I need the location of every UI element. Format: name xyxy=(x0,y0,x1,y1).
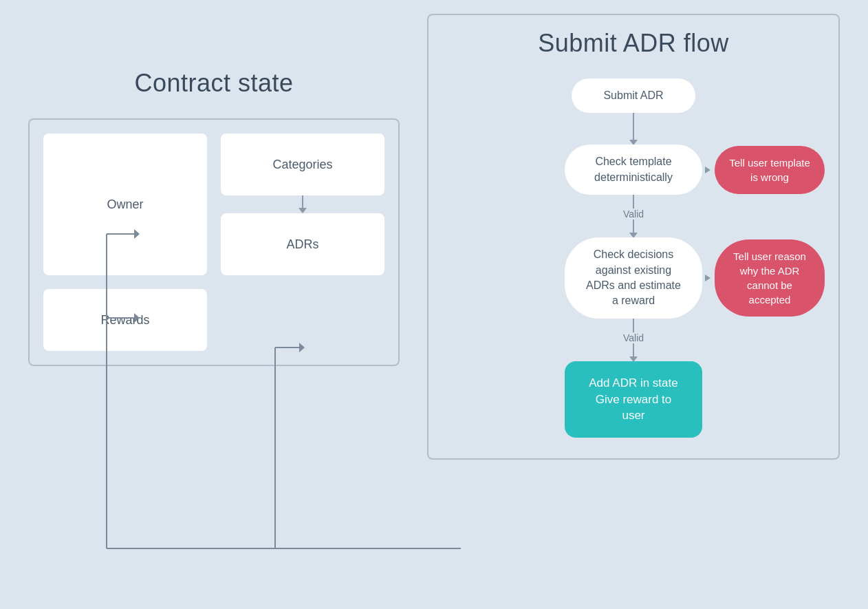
connector-1 xyxy=(633,113,634,140)
tell-user-reason-node: Tell user reason why the ADR cannot be a… xyxy=(715,239,825,317)
add-adr-node: Add ADR in state Give reward to user xyxy=(565,361,702,438)
valid-connector-2: Valid xyxy=(623,319,644,357)
main-container: Contract state Owner Categories ADRs Rew… xyxy=(0,0,868,609)
valid-connector-1: Valid xyxy=(623,195,644,233)
vc2-top xyxy=(633,319,634,332)
arrow-right-1 xyxy=(705,167,710,173)
vc1-top xyxy=(633,195,634,209)
submit-adr-row: Submit ADR xyxy=(449,78,818,113)
check-decisions-row: Check decisions against existing ADRs an… xyxy=(449,237,818,319)
flow-title: Submit ADR flow xyxy=(449,29,818,58)
tell-user-template-node: Tell user template is wrong xyxy=(715,146,825,194)
arrow-right-2 xyxy=(705,275,710,281)
categories-to-adrs-arrow xyxy=(302,195,303,209)
contract-section: Contract state Owner Categories ADRs Rew… xyxy=(28,14,400,366)
contract-box: Owner Categories ADRs Rewards xyxy=(28,118,400,366)
check-template-row: Check template deterministically Not val… xyxy=(449,145,818,195)
check-decisions-node: Check decisions against existing ADRs an… xyxy=(565,237,702,319)
flow-section: Submit ADR flow Submit ADR Check templat… xyxy=(427,14,840,460)
add-adr-row: Add ADR in state Give reward to user xyxy=(449,361,818,438)
owner-card: Owner xyxy=(43,133,207,275)
categories-column: Categories ADRs xyxy=(221,133,384,275)
vc1-bottom xyxy=(633,220,634,233)
vc2-bottom xyxy=(633,343,634,357)
valid-label-2: Valid xyxy=(623,332,644,343)
check-template-node: Check template deterministically xyxy=(565,145,702,195)
submit-adr-node: Submit ADR xyxy=(572,78,695,113)
flow-diagram: Submit ADR Check template deterministica… xyxy=(449,78,818,438)
adrs-card: ADRs xyxy=(221,213,384,275)
valid-label-1: Valid xyxy=(623,209,644,220)
rewards-card: Rewards xyxy=(43,289,207,351)
contract-title: Contract state xyxy=(28,69,400,98)
categories-card: Categories xyxy=(221,133,384,195)
